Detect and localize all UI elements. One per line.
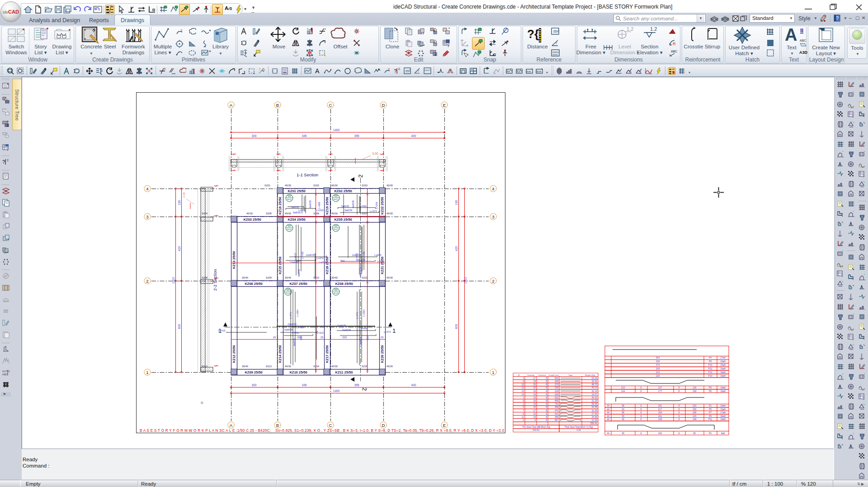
svg-text:8: 8: [546, 402, 547, 405]
svg-text:L=319: L=319: [316, 331, 323, 334]
svg-text:S201: S201: [264, 184, 270, 187]
svg-text:63.28: 63.28: [591, 377, 597, 379]
svg-text:S20: S20: [335, 226, 337, 227]
svg-text:55: 55: [622, 415, 624, 417]
svg-text:9ø8/35: 9ø8/35: [297, 269, 300, 277]
svg-text:393: 393: [658, 432, 662, 435]
svg-text:P11: P11: [708, 418, 712, 421]
svg-text:B A S E S T O R Y F O R M W: B A S E S T O R Y F O R M W O R K P L A …: [140, 429, 504, 433]
svg-text:S210: S210: [313, 276, 319, 279]
svg-text:8: 8: [641, 408, 642, 411]
svg-text:P5: P5: [709, 386, 712, 389]
svg-text:8: 8: [546, 412, 547, 415]
svg-text:8: 8: [679, 386, 680, 389]
svg-text:10ø8/35: 10ø8/35: [284, 328, 293, 331]
svg-text:25: 25: [273, 336, 276, 339]
svg-text:8: 8: [679, 411, 680, 414]
svg-text:2: 2: [361, 388, 368, 391]
svg-text:496: 496: [555, 406, 559, 408]
svg-text:10ø8/35: 10ø8/35: [342, 329, 351, 331]
svg-text:S209: S209: [266, 276, 272, 279]
svg-text:P2: P2: [709, 432, 712, 435]
svg-text:D: D: [382, 423, 385, 428]
svg-text:330: 330: [342, 336, 347, 339]
svg-text:374: 374: [656, 364, 660, 366]
svg-text:m²: m²: [406, 69, 410, 73]
svg-text:N=12: N=12: [334, 199, 339, 201]
svg-text:148: 148: [693, 418, 697, 421]
svg-text:194: 194: [658, 411, 662, 414]
svg-text:0.00: 0.00: [576, 429, 581, 431]
svg-text:5ø8/35: 5ø8/35: [291, 206, 299, 208]
svg-text:N=12: N=12: [287, 228, 292, 231]
svg-text:1: 1: [146, 370, 148, 375]
svg-text:40/30: 40/30: [331, 184, 338, 187]
svg-text:33: 33: [533, 406, 536, 408]
svg-text:KZ01 25/50: KZ01 25/50: [288, 189, 305, 193]
svg-text:108: 108: [658, 418, 662, 421]
svg-text:8: 8: [546, 406, 547, 408]
svg-text:44.14: 44.14: [591, 386, 597, 389]
svg-text:KZ11 25/50: KZ11 25/50: [335, 370, 353, 374]
svg-text:19ø8: 19ø8: [720, 360, 726, 363]
svg-text:190: 190: [455, 200, 458, 205]
svg-text:209: 209: [555, 393, 559, 396]
svg-text:KZ04 25/50: KZ04 25/50: [288, 217, 305, 222]
svg-text:C: C: [329, 103, 332, 108]
svg-text:622: 622: [555, 396, 559, 399]
svg-text:8: 8: [679, 415, 680, 417]
svg-text:KZ05 25/50: KZ05 25/50: [334, 217, 352, 222]
svg-text:KZ19 25/50: KZ19 25/50: [325, 197, 329, 214]
svg-text:30/40: 30/40: [331, 276, 338, 279]
svg-text:33ø8: 33ø8: [720, 408, 726, 411]
svg-text:63: 63: [622, 408, 624, 411]
svg-text:144: 144: [621, 390, 625, 392]
svg-text:4: 4: [146, 186, 148, 191]
svg-text:40: 40: [622, 418, 624, 421]
svg-text:S214: S214: [313, 365, 319, 368]
svg-text:KZ20 25/50: KZ20 25/50: [380, 345, 384, 363]
svg-text:L=366: L=366: [318, 202, 321, 209]
svg-text:6: 6: [523, 399, 524, 402]
svg-text:KZ10 25/50: KZ10 25/50: [289, 370, 307, 374]
svg-text:ABC: ABC: [671, 50, 677, 53]
svg-text:B: B: [276, 423, 279, 428]
svg-text:S202: S202: [313, 184, 319, 187]
svg-text:KZ15 25/50: KZ15 25/50: [278, 256, 282, 274]
svg-text:KZ18 25/50: KZ18 25/50: [325, 256, 329, 274]
svg-text:32.91: 32.91: [591, 380, 597, 383]
svg-text:25: 25: [321, 336, 324, 339]
svg-text:mm²: mm²: [552, 51, 559, 54]
svg-text:1010: 1010: [172, 277, 175, 284]
svg-text:33: 33: [533, 383, 536, 386]
svg-text:156: 156: [693, 408, 697, 411]
svg-text:470: 470: [555, 409, 559, 412]
svg-text:19: 19: [533, 380, 536, 383]
svg-text:361: 361: [658, 404, 662, 407]
svg-text:46.63: 46.63: [591, 396, 597, 399]
svg-text:33ø8: 33ø8: [720, 367, 726, 370]
svg-text:A: A: [315, 67, 320, 75]
svg-text:D: D: [382, 103, 385, 108]
svg-text:40/30: 40/30: [387, 276, 393, 279]
svg-text:12: 12: [521, 386, 524, 389]
svg-text:P9: P9: [709, 360, 712, 363]
svg-text:355: 355: [354, 383, 359, 387]
svg-text:Type: Type: [568, 374, 573, 376]
svg-text:8: 8: [546, 390, 547, 392]
svg-text:8: 8: [546, 416, 547, 418]
svg-text:25: 25: [366, 221, 369, 223]
svg-text:741: 741: [555, 402, 559, 405]
svg-text:2: 2: [180, 28, 183, 33]
svg-text:495: 495: [555, 399, 559, 402]
svg-text:95: 95: [622, 432, 624, 435]
svg-text:19: 19: [533, 393, 536, 396]
svg-text:S20: S20: [288, 196, 291, 198]
svg-text:420: 420: [455, 246, 458, 251]
svg-text:L=374: L=374: [377, 260, 384, 263]
svg-text:S203: S203: [362, 184, 368, 187]
svg-text:?: ?: [417, 69, 419, 72]
svg-text:345: 345: [302, 383, 307, 387]
svg-text:N=12: N=12: [287, 199, 292, 201]
svg-text:8: 8: [641, 432, 642, 435]
